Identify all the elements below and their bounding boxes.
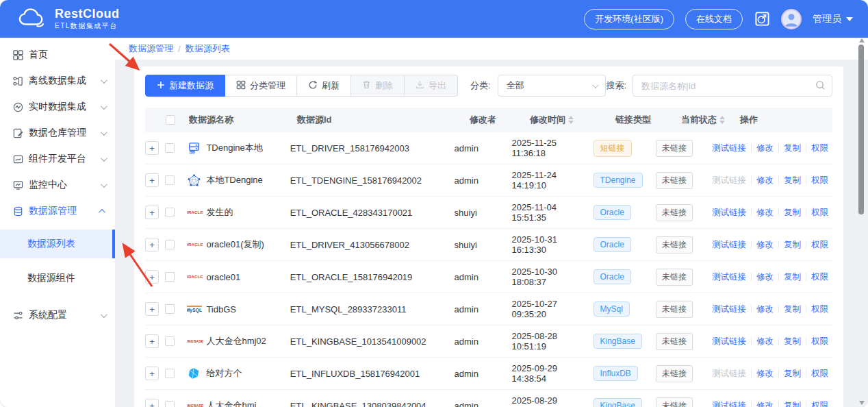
test-connection-action[interactable]: 测试链接	[712, 143, 746, 154]
sidebar-item-system-config[interactable]: 系统配置	[0, 302, 115, 328]
copy-action[interactable]: 复制	[784, 368, 801, 380]
edit-action[interactable]: 修改	[756, 143, 774, 154]
realtime-integration-icon	[13, 101, 24, 112]
permission-action[interactable]: 权限	[811, 368, 828, 380]
sidebar-item-label: 首页	[29, 49, 105, 61]
grid-icon	[236, 80, 246, 92]
edit-action[interactable]: 修改	[756, 207, 774, 219]
copy-action[interactable]: 复制	[784, 271, 801, 283]
modified-time: 2025-08-28 10:51:19	[511, 331, 593, 352]
sidebar-item-monitor-center[interactable]: 监控中心	[0, 172, 115, 198]
edit-action[interactable]: 修改	[756, 239, 774, 251]
row-expand-button[interactable]	[145, 173, 159, 187]
online-docs-button[interactable]: 在线文档	[685, 9, 743, 29]
test-connection-action[interactable]: 测试链接	[712, 239, 746, 251]
copy-action[interactable]: 复制	[784, 175, 801, 186]
edit-action[interactable]: 修改	[756, 175, 774, 186]
row-actions: 测试链接 修改 复制 权限	[712, 336, 832, 347]
tdengine-icon	[187, 173, 201, 187]
permission-action[interactable]: 权限	[811, 304, 828, 315]
modified-time: 2025-11-04 15:51:35	[511, 202, 593, 223]
copy-action[interactable]: 复制	[784, 143, 801, 154]
row-expand-button[interactable]	[145, 399, 159, 407]
breadcrumb-item[interactable]: 数据源管理	[129, 42, 173, 55]
link-type-badge: KingBase	[593, 398, 642, 407]
test-connection-action[interactable]: 测试链接	[712, 207, 746, 219]
edit-action[interactable]: 修改	[756, 368, 774, 380]
row-checkbox[interactable]	[165, 175, 175, 185]
row-checkbox[interactable]	[165, 240, 175, 249]
new-datasource-button[interactable]: 新建数据源	[145, 75, 225, 97]
category-select[interactable]: 全部	[498, 75, 607, 97]
sidebar-item-offline-integration[interactable]: 离线数据集成	[0, 68, 115, 94]
user-menu[interactable]: 管理员	[813, 13, 853, 25]
row-expand-button[interactable]	[145, 334, 159, 348]
refresh-button[interactable]: 刷新	[297, 75, 351, 97]
avatar[interactable]	[781, 9, 802, 29]
row-checkbox[interactable]	[165, 304, 175, 314]
datasource-icon	[13, 206, 24, 217]
row-expand-button[interactable]	[145, 141, 159, 155]
modifier: admin	[455, 272, 512, 282]
scroll-up-arrow-icon[interactable]	[859, 38, 865, 42]
copy-action[interactable]: 复制	[784, 336, 801, 347]
share-link-icon[interactable]	[754, 11, 770, 27]
row-expand-button[interactable]	[145, 270, 159, 284]
sidebar-subitem-datasource-components[interactable]: 数据源组件	[0, 264, 115, 293]
sidebar-subitem-datasource-list[interactable]: 数据源列表	[0, 230, 115, 258]
scrollbar-thumb[interactable]	[858, 45, 864, 214]
copy-action[interactable]: 复制	[784, 304, 801, 315]
select-all-checkbox[interactable]	[166, 115, 175, 125]
edit-action[interactable]: 修改	[756, 304, 774, 315]
permission-action[interactable]: 权限	[811, 207, 828, 219]
copy-action[interactable]: 复制	[784, 239, 801, 251]
sidebar-item-datasource-management[interactable]: 数据源管理	[0, 198, 115, 224]
category-manage-button[interactable]: 分类管理	[225, 75, 297, 97]
row-checkbox[interactable]	[165, 401, 175, 407]
edit-action[interactable]: 修改	[756, 271, 774, 283]
sidebar-item-realtime-integration[interactable]: 实时数据集成	[0, 94, 115, 120]
row-checkbox[interactable]	[165, 143, 175, 153]
environment-button[interactable]: 开发环境(社区版)	[584, 9, 674, 29]
row-checkbox[interactable]	[165, 208, 175, 217]
permission-action[interactable]: 权限	[811, 336, 828, 347]
test-connection-action[interactable]: 测试链接	[712, 271, 746, 283]
row-expand-button[interactable]	[145, 206, 159, 219]
test-connection-action[interactable]: 测试链接	[712, 336, 746, 347]
sidebar-item-label: 实时数据集成	[29, 101, 101, 113]
status-badge: 未链接	[656, 269, 693, 286]
modifier: admin	[455, 143, 512, 153]
scroll-down-arrow-icon[interactable]	[859, 401, 865, 405]
sort-control[interactable]	[719, 116, 725, 124]
sidebar-item-home[interactable]: 首页	[0, 42, 115, 68]
sidebar-item-warehouse[interactable]: 数据仓库管理	[0, 120, 115, 146]
row-checkbox[interactable]	[165, 369, 175, 378]
row-expand-button[interactable]	[145, 238, 159, 251]
chevron-down-icon	[101, 311, 107, 318]
test-connection-action[interactable]: 测试链接	[712, 304, 746, 315]
edit-action[interactable]: 修改	[756, 336, 774, 347]
edit-action[interactable]: 修改	[756, 400, 774, 407]
settings-icon	[13, 310, 24, 321]
permission-action[interactable]: 权限	[811, 400, 828, 407]
oracle-icon: ORACLE	[187, 238, 201, 251]
permission-action[interactable]: 权限	[811, 239, 828, 251]
row-expand-button[interactable]	[145, 367, 159, 380]
export-button[interactable]: 导出	[405, 75, 458, 97]
delete-button[interactable]: 删除	[351, 75, 405, 97]
copy-action[interactable]: 复制	[784, 400, 801, 407]
breadcrumb-item[interactable]: 数据源列表	[186, 42, 230, 55]
row-expand-button[interactable]	[145, 302, 159, 316]
sidebar-item-component-platform[interactable]: 组件开发平台	[0, 146, 115, 172]
copy-action[interactable]: 复制	[784, 207, 801, 219]
permission-action[interactable]: 权限	[811, 143, 828, 154]
sort-control[interactable]	[568, 116, 574, 124]
link-type-badge: TDengine	[593, 173, 643, 188]
row-checkbox[interactable]	[165, 272, 175, 282]
row-checkbox[interactable]	[165, 336, 175, 346]
test-connection-action[interactable]: 测试链接	[712, 400, 746, 407]
permission-action[interactable]: 权限	[811, 271, 828, 283]
permission-action[interactable]: 权限	[811, 175, 828, 186]
search-input[interactable]	[633, 75, 832, 97]
column-header: 操作	[740, 114, 832, 126]
